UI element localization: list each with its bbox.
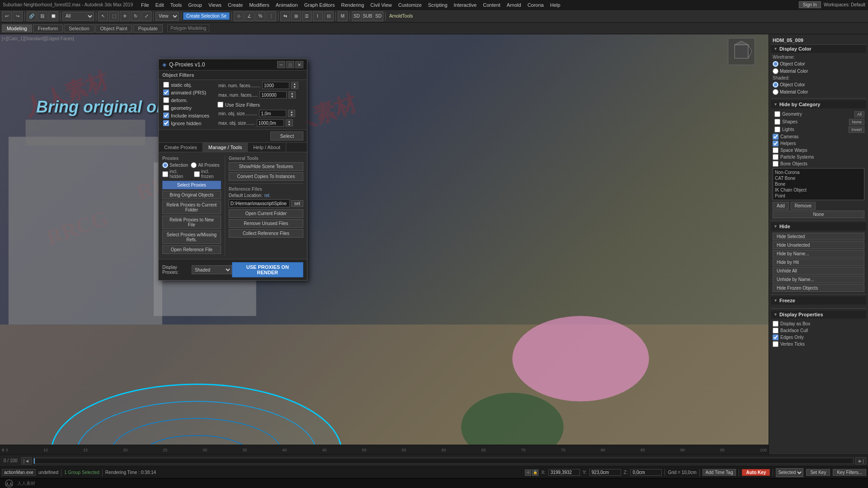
open-reference-btn[interactable]: Open Reference File bbox=[162, 245, 221, 254]
menu-content[interactable]: Content bbox=[480, 1, 503, 9]
particle-systems-checkbox[interactable] bbox=[773, 154, 778, 160]
freeze-header[interactable]: ▼ Freeze bbox=[771, 296, 866, 305]
key-filters-btn[interactable]: Key Filters... bbox=[833, 469, 866, 476]
menu-create[interactable]: Create bbox=[225, 1, 245, 9]
hide-by-category-header[interactable]: ▼ Hide by Category bbox=[771, 100, 866, 108]
rotate-tool[interactable]: ↻ bbox=[131, 11, 141, 21]
display-color-header[interactable]: ▼ Display Color bbox=[771, 45, 866, 53]
lights-invert-btn[interactable]: Invert bbox=[849, 127, 864, 133]
dialog-minimize-button[interactable]: ─ bbox=[277, 61, 285, 68]
all-proxies-radio[interactable] bbox=[191, 162, 197, 168]
go-to-end-btn[interactable]: ►| bbox=[855, 457, 866, 465]
snap-button[interactable]: ⊹ bbox=[234, 11, 244, 21]
shapes-checkbox[interactable] bbox=[774, 119, 780, 125]
hide-by-hit-btn[interactable]: Hide by Hit bbox=[773, 258, 864, 266]
display-as-box-checkbox[interactable] bbox=[773, 321, 778, 327]
hide-by-name-btn[interactable]: Hide by Name... bbox=[773, 250, 864, 258]
incl-hidden-checkbox[interactable] bbox=[162, 171, 168, 177]
unlink-button[interactable]: ⛓ bbox=[38, 11, 47, 21]
select-region-tool[interactable]: ⬚ bbox=[109, 11, 119, 21]
menu-interactive[interactable]: Interactive bbox=[451, 1, 480, 9]
min-faces-input[interactable] bbox=[262, 82, 289, 89]
geometry-checkbox[interactable] bbox=[774, 111, 780, 117]
cameras-checkbox[interactable] bbox=[773, 134, 778, 140]
selected-dropdown[interactable]: Selected bbox=[776, 468, 803, 477]
display-proxies-select[interactable]: Shaded Wireframe Bounding Box bbox=[192, 265, 232, 274]
q-proxies-dialog[interactable]: ◈ Q-Proxies v1.0 ─ □ ✕ Object Filters st… bbox=[158, 59, 307, 281]
menu-help[interactable]: Help bbox=[547, 1, 563, 9]
align-button[interactable]: ⊞ bbox=[291, 11, 301, 21]
max-faces-up[interactable]: ▲ bbox=[289, 92, 295, 95]
none-button[interactable]: None bbox=[773, 211, 864, 218]
action-man-btn[interactable]: actionMan.exe bbox=[2, 469, 36, 476]
menu-graph-editors[interactable]: Graph Editors bbox=[302, 1, 338, 9]
menu-group[interactable]: Group bbox=[185, 1, 205, 9]
bind-button[interactable]: 🔲 bbox=[48, 11, 58, 21]
schematic-button[interactable]: ⊟ bbox=[324, 11, 334, 21]
max-faces-input[interactable] bbox=[259, 91, 287, 99]
dtab-create-proxies[interactable]: Create Proxies bbox=[159, 143, 203, 152]
unhide-all-btn[interactable]: Unhide All bbox=[773, 267, 864, 275]
select-button[interactable]: Select bbox=[270, 131, 303, 141]
display-props-header[interactable]: ▼ Display Properties bbox=[771, 310, 866, 319]
menu-civil-view[interactable]: Civil View bbox=[368, 1, 394, 9]
ignore-hidden-checkbox[interactable] bbox=[163, 120, 169, 126]
menu-arnold[interactable]: Arnold bbox=[504, 1, 524, 9]
menu-customize[interactable]: Customize bbox=[396, 1, 425, 9]
max-faces-down[interactable]: ▼ bbox=[289, 95, 295, 98]
add-button[interactable]: Add bbox=[773, 202, 789, 210]
menu-scripting[interactable]: Scripting bbox=[425, 1, 450, 9]
selection-radio[interactable] bbox=[162, 162, 168, 168]
dialog-close-button[interactable]: ✕ bbox=[295, 61, 303, 68]
curve-editor-button[interactable]: ⌇ bbox=[313, 11, 323, 21]
space-warps-checkbox[interactable] bbox=[773, 147, 778, 153]
move-tool[interactable]: ✛ bbox=[120, 11, 130, 21]
tab-freeform[interactable]: Freeform bbox=[33, 24, 63, 33]
timeline-scrubber[interactable] bbox=[33, 458, 854, 464]
selection-filter-dropdown[interactable]: All Geometry Shapes bbox=[62, 12, 94, 21]
hide-header[interactable]: ▼ Hide bbox=[771, 222, 866, 230]
edges-only-checkbox[interactable] bbox=[773, 334, 778, 340]
tab-selection[interactable]: Selection bbox=[64, 24, 94, 33]
max-faces-spinner[interactable]: ▲ ▼ bbox=[288, 91, 296, 99]
view-dropdown[interactable]: View World Local bbox=[156, 12, 179, 21]
angle-snap-button[interactable]: ∠ bbox=[245, 11, 255, 21]
dtab-manage-tools[interactable]: Manage / Tools bbox=[203, 143, 248, 152]
tab-populate[interactable]: Populate bbox=[133, 24, 162, 33]
animated-checkbox[interactable] bbox=[163, 89, 169, 95]
sub-button[interactable]: SUB bbox=[363, 11, 373, 21]
max-size-up[interactable]: ▲ bbox=[286, 120, 292, 123]
max-size-spinner[interactable]: ▲ ▼ bbox=[286, 119, 293, 127]
spinner-snap-button[interactable]: ⋮ bbox=[266, 11, 276, 21]
max-size-input[interactable] bbox=[257, 119, 284, 127]
ref-set-btn[interactable]: set bbox=[291, 200, 303, 207]
shaded-material-radio[interactable] bbox=[773, 89, 778, 95]
min-size-up[interactable]: ▲ bbox=[288, 110, 295, 113]
vertex-ticks-checkbox[interactable] bbox=[773, 341, 778, 347]
ref-rel-link[interactable]: rel. bbox=[264, 193, 271, 198]
deform-checkbox[interactable] bbox=[163, 97, 169, 103]
add-time-tag-btn[interactable]: Add Time Tag bbox=[703, 469, 736, 476]
remove-button[interactable]: Remove bbox=[791, 202, 816, 210]
scale-tool[interactable]: ⤢ bbox=[142, 11, 151, 21]
min-size-down[interactable]: ▼ bbox=[288, 113, 295, 117]
viewport[interactable]: 人人素材 RRCG 人人素材 RRCG Bring original objec… bbox=[0, 34, 769, 455]
dtab-help-about[interactable]: Help / About bbox=[248, 143, 286, 152]
menu-modifiers[interactable]: Modifiers bbox=[246, 1, 272, 9]
sd2-button[interactable]: SD bbox=[373, 11, 383, 21]
hide-unselected-btn[interactable]: Hide Unselected bbox=[773, 241, 864, 249]
layer-button[interactable]: ☰ bbox=[302, 11, 312, 21]
collect-reference-btn[interactable]: Collect Reference Files bbox=[229, 229, 303, 238]
helpers-checkbox[interactable] bbox=[773, 141, 778, 146]
wireframe-object-radio[interactable] bbox=[773, 61, 778, 67]
link-button[interactable]: 🔗 bbox=[27, 11, 37, 21]
select-tool[interactable]: ↖ bbox=[98, 11, 108, 21]
geometry-filter-checkbox[interactable] bbox=[163, 105, 169, 111]
min-faces-down[interactable]: ▼ bbox=[292, 85, 298, 89]
redo-button[interactable]: ↪ bbox=[13, 11, 23, 21]
menu-corona[interactable]: Corona bbox=[525, 1, 547, 9]
use-proxies-btn[interactable]: USE PROXIES ON RENDER bbox=[232, 262, 303, 277]
menu-edit[interactable]: Edit bbox=[153, 1, 167, 9]
go-to-start-btn[interactable]: |◄ bbox=[21, 457, 32, 465]
material-editor-button[interactable]: M bbox=[338, 11, 348, 21]
